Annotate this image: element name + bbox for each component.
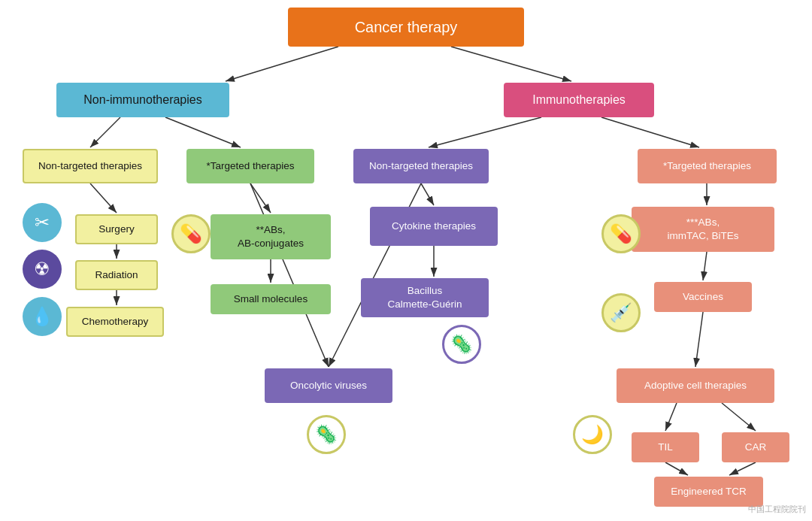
svg-line-18 [695, 312, 703, 367]
svg-line-4 [165, 117, 241, 147]
node-non_immuno: Non-immunotherapies [56, 83, 229, 117]
node-cytokine: Cytokine therapies [370, 207, 498, 246]
svg-line-6 [601, 117, 699, 147]
node-radiation: Radiation [75, 260, 158, 290]
diagram: Cancer therapyNon-immunotherapiesImmunot… [0, 0, 812, 521]
node-immuno: Immunotherapies [504, 83, 654, 117]
icon-scissors: ✂ [23, 203, 62, 242]
svg-line-21 [665, 462, 688, 475]
svg-line-22 [729, 462, 756, 475]
node-vaccines: Vaccines [654, 282, 752, 312]
node-oncolytic: Oncolytic viruses [265, 368, 392, 403]
node-adoptive: Adoptive cell therapies [617, 368, 774, 403]
node-targeted_left: *Targeted therapies [186, 149, 314, 183]
svg-line-12 [250, 183, 329, 367]
svg-line-2 [451, 47, 571, 81]
node-chemotherapy: Chemotherapy [66, 307, 164, 337]
svg-line-17 [703, 252, 707, 280]
icon-virus: 🦠 [307, 415, 346, 454]
icon-pill_left: 💊 [171, 214, 211, 253]
node-engineered_tcr: Engineered TCR [654, 477, 763, 507]
svg-line-1 [226, 47, 338, 81]
node-small_molecules: Small molecules [211, 284, 331, 314]
svg-line-7 [90, 183, 117, 213]
svg-line-19 [665, 403, 677, 431]
node-targeted_right: *Targeted therapies [638, 149, 777, 183]
icon-syringe: 💉 [601, 293, 641, 332]
node-til: TIL [632, 432, 699, 462]
svg-line-20 [722, 403, 756, 431]
svg-line-10 [250, 183, 271, 213]
node-non_targeted_left: Non-targeted therapies [23, 149, 158, 183]
icon-pill_right: 💊 [601, 214, 641, 253]
icon-iv: 💧 [23, 297, 62, 336]
svg-line-3 [90, 117, 120, 147]
node-cancer_therapy: Cancer therapy [288, 8, 524, 47]
node-abs_immtac: ***ABs, immTAC, BiTEs [632, 207, 774, 252]
node-non_targeted_right: Non-targeted therapies [353, 149, 489, 183]
node-abs_conjugates: **ABs, AB-conjugates [211, 214, 331, 259]
node-surgery: Surgery [75, 214, 158, 244]
node-bacillus: Bacillus Calmette-Guérin [361, 278, 489, 317]
svg-line-13 [421, 183, 434, 205]
icon-bacteria: 🦠 [442, 325, 481, 364]
node-car: CAR [722, 432, 789, 462]
svg-line-5 [429, 117, 541, 147]
watermark: 中国工程院院刊 [748, 504, 806, 515]
icon-radiation: ☢ [23, 250, 62, 289]
icon-cell: 🌙 [573, 415, 612, 454]
